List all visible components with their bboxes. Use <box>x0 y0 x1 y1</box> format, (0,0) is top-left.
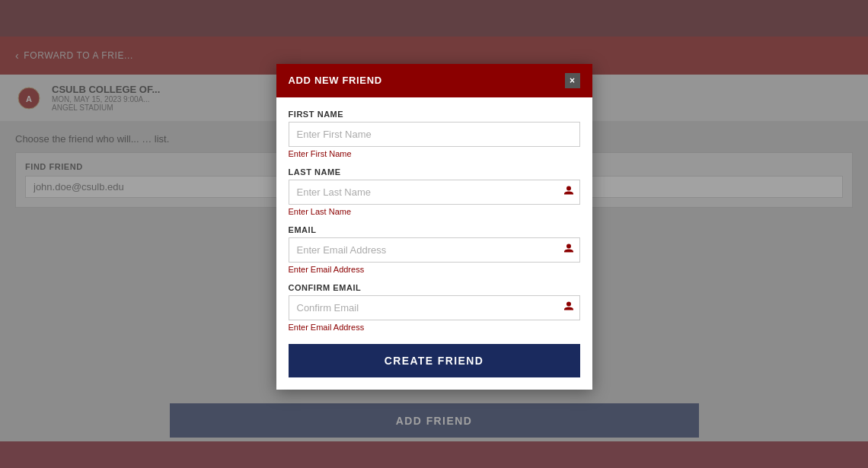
last-name-input-wrapper <box>289 180 580 205</box>
email-field-icon <box>563 244 574 256</box>
last-name-error: Enter Last Name <box>289 207 580 216</box>
modal-header: ADD NEW FRIEND × <box>276 64 592 97</box>
confirm-email-input[interactable] <box>289 295 580 320</box>
email-error: Enter Email Address <box>289 265 580 274</box>
modal-body: FIRST NAME Enter First Name LAST NAME En… <box>276 97 592 390</box>
email-group: EMAIL Enter Email Address <box>289 225 580 274</box>
confirm-email-error: Enter Email Address <box>289 323 580 332</box>
confirm-email-group: CONFIRM EMAIL Enter Email Address <box>289 283 580 332</box>
email-label: EMAIL <box>289 225 580 234</box>
confirm-email-label: CONFIRM EMAIL <box>289 283 580 292</box>
create-friend-button[interactable]: CREATE FRIEND <box>289 344 580 377</box>
first-name-label: FIRST NAME <box>289 110 580 119</box>
modal-dialog: ADD NEW FRIEND × FIRST NAME Enter First … <box>276 64 592 390</box>
first-name-group: FIRST NAME Enter First Name <box>289 110 580 158</box>
last-name-group: LAST NAME Enter Last Name <box>289 167 580 216</box>
last-name-field-icon <box>563 186 574 199</box>
first-name-input-wrapper <box>289 122 580 147</box>
modal-overlay: ADD NEW FRIEND × FIRST NAME Enter First … <box>0 0 868 468</box>
email-input[interactable] <box>289 237 580 263</box>
confirm-email-field-icon <box>563 301 574 314</box>
first-name-input[interactable] <box>289 122 580 147</box>
email-input-wrapper <box>289 237 580 263</box>
last-name-input[interactable] <box>289 180 580 205</box>
modal-title: ADD NEW FRIEND <box>289 75 382 86</box>
modal-close-button[interactable]: × <box>565 73 580 88</box>
last-name-label: LAST NAME <box>289 167 580 177</box>
first-name-error: Enter First Name <box>289 149 580 158</box>
confirm-email-input-wrapper <box>289 295 580 320</box>
